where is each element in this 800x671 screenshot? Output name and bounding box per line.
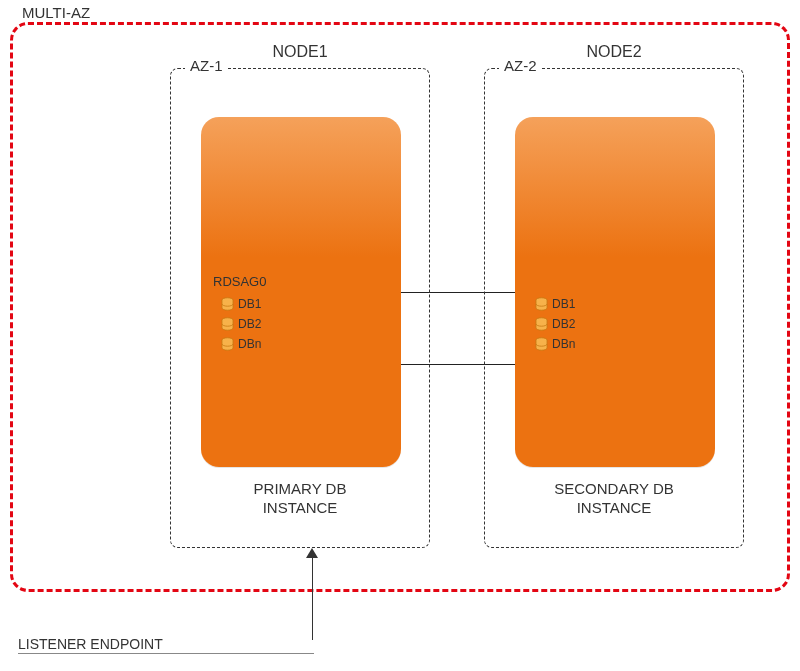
node2-db-list: DB1 DB2 DBn bbox=[535, 294, 575, 354]
db-item: DB2 bbox=[221, 314, 261, 334]
availability-zone-2: AZ-2 NODE2 DB1 DB2 bbox=[484, 68, 744, 548]
db-label: DB1 bbox=[552, 297, 575, 311]
db-item: DB1 bbox=[535, 294, 575, 314]
node1-label: NODE1 bbox=[171, 43, 429, 61]
listener-arrow-head-icon bbox=[306, 548, 318, 558]
db-item: DBn bbox=[535, 334, 575, 354]
listener-endpoint-label: LISTENER ENDPOINT bbox=[18, 636, 314, 654]
db-item: DB1 bbox=[221, 294, 261, 314]
db-label: DBn bbox=[238, 337, 261, 351]
database-icon bbox=[535, 317, 548, 331]
db-item: DB2 bbox=[535, 314, 575, 334]
database-icon bbox=[221, 337, 234, 351]
node1-box: RDSAG0 DB1 DB2 bbox=[201, 117, 401, 467]
rdsag-label: RDSAG0 bbox=[213, 274, 266, 289]
multi-az-label: MULTI-AZ bbox=[18, 4, 94, 21]
db-label: DBn bbox=[552, 337, 575, 351]
availability-zone-1: AZ-1 NODE1 RDSAG0 DB1 DB2 bbox=[170, 68, 430, 548]
secondary-instance-label: SECONDARY DBINSTANCE bbox=[485, 479, 743, 517]
primary-instance-label: PRIMARY DBINSTANCE bbox=[171, 479, 429, 517]
database-icon bbox=[221, 297, 234, 311]
listener-arrow-line bbox=[312, 554, 313, 640]
rdsag-box: RDSAG0 DB1 DB2 bbox=[207, 272, 395, 364]
database-icon bbox=[221, 317, 234, 331]
node1-db-list: DB1 DB2 DBn bbox=[221, 294, 261, 354]
database-icon bbox=[535, 337, 548, 351]
db-label: DB1 bbox=[238, 297, 261, 311]
db-item: DBn bbox=[221, 334, 261, 354]
node2-box: DB1 DB2 DBn bbox=[515, 117, 715, 467]
node2-label: NODE2 bbox=[485, 43, 743, 61]
rdsag-box-replica: DB1 DB2 DBn bbox=[521, 272, 709, 364]
db-label: DB2 bbox=[552, 317, 575, 331]
database-icon bbox=[535, 297, 548, 311]
db-label: DB2 bbox=[238, 317, 261, 331]
